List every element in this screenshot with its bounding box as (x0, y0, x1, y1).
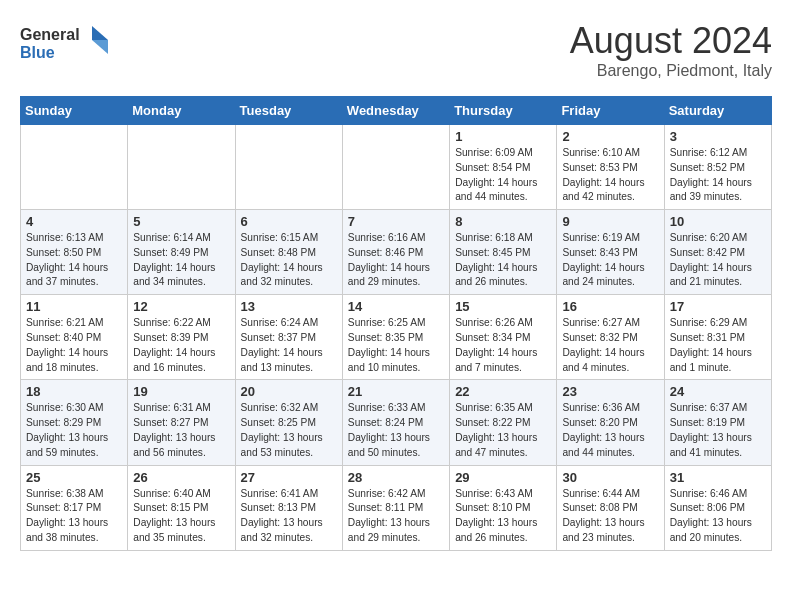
calendar-cell: 20Sunrise: 6:32 AM Sunset: 8:25 PM Dayli… (235, 380, 342, 465)
logo: General Blue (20, 20, 110, 68)
day-number: 10 (670, 214, 766, 229)
calendar-cell: 29Sunrise: 6:43 AM Sunset: 8:10 PM Dayli… (450, 465, 557, 550)
calendar-cell: 13Sunrise: 6:24 AM Sunset: 8:37 PM Dayli… (235, 295, 342, 380)
day-number: 12 (133, 299, 229, 314)
day-info: Sunrise: 6:41 AM Sunset: 8:13 PM Dayligh… (241, 487, 337, 546)
day-of-week-header: Monday (128, 97, 235, 125)
day-info: Sunrise: 6:18 AM Sunset: 8:45 PM Dayligh… (455, 231, 551, 290)
day-number: 1 (455, 129, 551, 144)
svg-marker-2 (92, 26, 108, 40)
day-number: 23 (562, 384, 658, 399)
day-number: 3 (670, 129, 766, 144)
day-info: Sunrise: 6:26 AM Sunset: 8:34 PM Dayligh… (455, 316, 551, 375)
calendar-cell (342, 125, 449, 210)
calendar-cell (128, 125, 235, 210)
calendar-cell: 25Sunrise: 6:38 AM Sunset: 8:17 PM Dayli… (21, 465, 128, 550)
day-number: 28 (348, 470, 444, 485)
svg-text:Blue: Blue (20, 44, 55, 61)
day-number: 16 (562, 299, 658, 314)
calendar-cell: 10Sunrise: 6:20 AM Sunset: 8:42 PM Dayli… (664, 210, 771, 295)
day-number: 21 (348, 384, 444, 399)
title-block: August 2024 Barengo, Piedmont, Italy (570, 20, 772, 80)
calendar: SundayMondayTuesdayWednesdayThursdayFrid… (20, 96, 772, 551)
day-number: 15 (455, 299, 551, 314)
day-info: Sunrise: 6:30 AM Sunset: 8:29 PM Dayligh… (26, 401, 122, 460)
location: Barengo, Piedmont, Italy (570, 62, 772, 80)
day-info: Sunrise: 6:42 AM Sunset: 8:11 PM Dayligh… (348, 487, 444, 546)
calendar-cell: 21Sunrise: 6:33 AM Sunset: 8:24 PM Dayli… (342, 380, 449, 465)
calendar-cell: 30Sunrise: 6:44 AM Sunset: 8:08 PM Dayli… (557, 465, 664, 550)
day-info: Sunrise: 6:20 AM Sunset: 8:42 PM Dayligh… (670, 231, 766, 290)
day-info: Sunrise: 6:35 AM Sunset: 8:22 PM Dayligh… (455, 401, 551, 460)
day-of-week-header: Friday (557, 97, 664, 125)
calendar-cell: 4Sunrise: 6:13 AM Sunset: 8:50 PM Daylig… (21, 210, 128, 295)
day-number: 29 (455, 470, 551, 485)
calendar-week-row: 11Sunrise: 6:21 AM Sunset: 8:40 PM Dayli… (21, 295, 772, 380)
calendar-cell: 9Sunrise: 6:19 AM Sunset: 8:43 PM Daylig… (557, 210, 664, 295)
calendar-cell: 23Sunrise: 6:36 AM Sunset: 8:20 PM Dayli… (557, 380, 664, 465)
svg-text:General: General (20, 26, 80, 43)
day-info: Sunrise: 6:46 AM Sunset: 8:06 PM Dayligh… (670, 487, 766, 546)
page: General Blue August 2024 Barengo, Piedmo… (0, 0, 792, 561)
day-number: 20 (241, 384, 337, 399)
day-info: Sunrise: 6:37 AM Sunset: 8:19 PM Dayligh… (670, 401, 766, 460)
calendar-cell: 26Sunrise: 6:40 AM Sunset: 8:15 PM Dayli… (128, 465, 235, 550)
day-info: Sunrise: 6:38 AM Sunset: 8:17 PM Dayligh… (26, 487, 122, 546)
calendar-header-row: SundayMondayTuesdayWednesdayThursdayFrid… (21, 97, 772, 125)
day-number: 24 (670, 384, 766, 399)
calendar-cell: 27Sunrise: 6:41 AM Sunset: 8:13 PM Dayli… (235, 465, 342, 550)
calendar-cell: 3Sunrise: 6:12 AM Sunset: 8:52 PM Daylig… (664, 125, 771, 210)
day-number: 7 (348, 214, 444, 229)
day-info: Sunrise: 6:22 AM Sunset: 8:39 PM Dayligh… (133, 316, 229, 375)
day-number: 5 (133, 214, 229, 229)
calendar-week-row: 25Sunrise: 6:38 AM Sunset: 8:17 PM Dayli… (21, 465, 772, 550)
day-number: 2 (562, 129, 658, 144)
calendar-cell: 18Sunrise: 6:30 AM Sunset: 8:29 PM Dayli… (21, 380, 128, 465)
day-number: 8 (455, 214, 551, 229)
day-info: Sunrise: 6:36 AM Sunset: 8:20 PM Dayligh… (562, 401, 658, 460)
day-info: Sunrise: 6:12 AM Sunset: 8:52 PM Dayligh… (670, 146, 766, 205)
logo-text: General Blue (20, 20, 110, 68)
day-number: 11 (26, 299, 122, 314)
calendar-cell (21, 125, 128, 210)
calendar-cell: 5Sunrise: 6:14 AM Sunset: 8:49 PM Daylig… (128, 210, 235, 295)
day-number: 17 (670, 299, 766, 314)
calendar-cell: 22Sunrise: 6:35 AM Sunset: 8:22 PM Dayli… (450, 380, 557, 465)
day-info: Sunrise: 6:21 AM Sunset: 8:40 PM Dayligh… (26, 316, 122, 375)
day-info: Sunrise: 6:27 AM Sunset: 8:32 PM Dayligh… (562, 316, 658, 375)
day-of-week-header: Sunday (21, 97, 128, 125)
day-info: Sunrise: 6:09 AM Sunset: 8:54 PM Dayligh… (455, 146, 551, 205)
calendar-cell (235, 125, 342, 210)
day-of-week-header: Wednesday (342, 97, 449, 125)
calendar-cell: 14Sunrise: 6:25 AM Sunset: 8:35 PM Dayli… (342, 295, 449, 380)
day-info: Sunrise: 6:32 AM Sunset: 8:25 PM Dayligh… (241, 401, 337, 460)
day-info: Sunrise: 6:13 AM Sunset: 8:50 PM Dayligh… (26, 231, 122, 290)
calendar-week-row: 4Sunrise: 6:13 AM Sunset: 8:50 PM Daylig… (21, 210, 772, 295)
day-number: 25 (26, 470, 122, 485)
day-info: Sunrise: 6:29 AM Sunset: 8:31 PM Dayligh… (670, 316, 766, 375)
day-number: 27 (241, 470, 337, 485)
day-number: 31 (670, 470, 766, 485)
day-info: Sunrise: 6:44 AM Sunset: 8:08 PM Dayligh… (562, 487, 658, 546)
calendar-cell: 17Sunrise: 6:29 AM Sunset: 8:31 PM Dayli… (664, 295, 771, 380)
day-number: 14 (348, 299, 444, 314)
calendar-cell: 19Sunrise: 6:31 AM Sunset: 8:27 PM Dayli… (128, 380, 235, 465)
day-info: Sunrise: 6:24 AM Sunset: 8:37 PM Dayligh… (241, 316, 337, 375)
day-info: Sunrise: 6:25 AM Sunset: 8:35 PM Dayligh… (348, 316, 444, 375)
calendar-cell: 12Sunrise: 6:22 AM Sunset: 8:39 PM Dayli… (128, 295, 235, 380)
calendar-cell: 8Sunrise: 6:18 AM Sunset: 8:45 PM Daylig… (450, 210, 557, 295)
day-info: Sunrise: 6:31 AM Sunset: 8:27 PM Dayligh… (133, 401, 229, 460)
calendar-cell: 11Sunrise: 6:21 AM Sunset: 8:40 PM Dayli… (21, 295, 128, 380)
day-info: Sunrise: 6:14 AM Sunset: 8:49 PM Dayligh… (133, 231, 229, 290)
day-number: 4 (26, 214, 122, 229)
calendar-cell: 7Sunrise: 6:16 AM Sunset: 8:46 PM Daylig… (342, 210, 449, 295)
calendar-week-row: 18Sunrise: 6:30 AM Sunset: 8:29 PM Dayli… (21, 380, 772, 465)
calendar-cell: 31Sunrise: 6:46 AM Sunset: 8:06 PM Dayli… (664, 465, 771, 550)
day-info: Sunrise: 6:15 AM Sunset: 8:48 PM Dayligh… (241, 231, 337, 290)
month-year: August 2024 (570, 20, 772, 62)
day-info: Sunrise: 6:33 AM Sunset: 8:24 PM Dayligh… (348, 401, 444, 460)
header: General Blue August 2024 Barengo, Piedmo… (20, 20, 772, 80)
day-number: 26 (133, 470, 229, 485)
day-number: 19 (133, 384, 229, 399)
calendar-week-row: 1Sunrise: 6:09 AM Sunset: 8:54 PM Daylig… (21, 125, 772, 210)
